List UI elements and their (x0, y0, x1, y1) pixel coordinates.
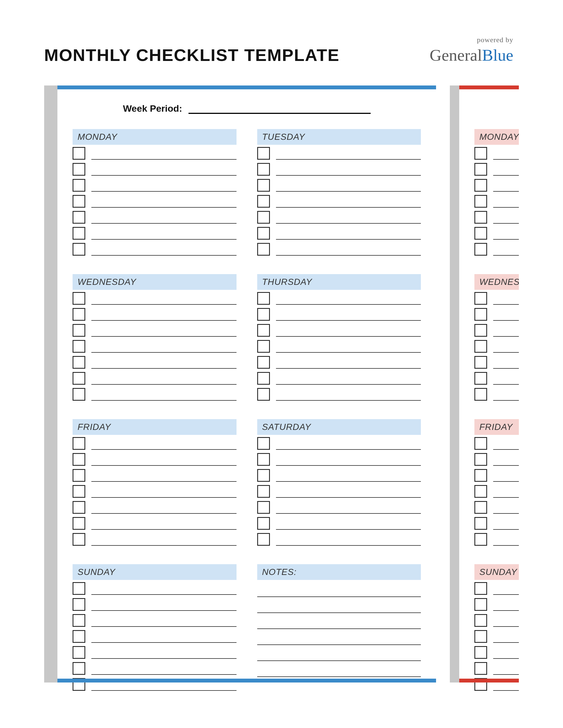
task-line[interactable] (493, 519, 519, 530)
task-line[interactable] (493, 310, 519, 321)
checkbox[interactable] (474, 195, 487, 208)
task-line[interactable] (493, 584, 519, 595)
task-line[interactable] (91, 616, 236, 627)
checkbox[interactable] (474, 324, 487, 337)
checkbox[interactable] (257, 340, 270, 353)
task-line[interactable] (276, 310, 421, 321)
task-line[interactable] (91, 455, 236, 466)
task-line[interactable] (91, 229, 236, 240)
task-line[interactable] (91, 584, 236, 595)
task-line[interactable] (276, 326, 421, 337)
task-line[interactable] (493, 197, 519, 208)
checkbox[interactable] (474, 517, 487, 530)
checkbox[interactable] (474, 147, 487, 160)
checkbox[interactable] (257, 356, 270, 369)
task-line[interactable] (493, 229, 519, 240)
checkbox[interactable] (73, 501, 85, 514)
note-line[interactable] (257, 630, 421, 645)
checkbox[interactable] (73, 147, 85, 160)
task-line[interactable] (493, 487, 519, 498)
checkbox[interactable] (73, 211, 85, 224)
checkbox[interactable] (73, 662, 85, 675)
task-line[interactable] (91, 245, 236, 256)
task-line[interactable] (493, 535, 519, 546)
checkbox[interactable] (73, 179, 85, 192)
task-line[interactable] (276, 229, 421, 240)
note-line[interactable] (257, 614, 421, 629)
task-line[interactable] (493, 294, 519, 305)
checkbox[interactable] (257, 147, 270, 160)
task-line[interactable] (91, 310, 236, 321)
checkbox[interactable] (474, 340, 487, 353)
task-line[interactable] (493, 213, 519, 224)
task-line[interactable] (493, 181, 519, 192)
task-line[interactable] (91, 165, 236, 176)
checkbox[interactable] (474, 292, 487, 305)
checkbox[interactable] (73, 598, 85, 611)
task-line[interactable] (276, 358, 421, 369)
checkbox[interactable] (474, 614, 487, 627)
checkbox[interactable] (73, 469, 85, 482)
checkbox[interactable] (257, 195, 270, 208)
task-line[interactable] (276, 245, 421, 256)
task-line[interactable] (91, 342, 236, 353)
task-line[interactable] (91, 487, 236, 498)
checkbox[interactable] (474, 469, 487, 482)
task-line[interactable] (276, 181, 421, 192)
checkbox[interactable] (73, 646, 85, 659)
checkbox[interactable] (474, 388, 487, 401)
checkbox[interactable] (257, 533, 270, 546)
checkbox[interactable] (257, 163, 270, 176)
checkbox[interactable] (474, 630, 487, 643)
task-line[interactable] (493, 342, 519, 353)
task-line[interactable] (276, 197, 421, 208)
task-line[interactable] (276, 390, 421, 401)
checkbox[interactable] (474, 308, 487, 321)
checkbox[interactable] (257, 372, 270, 385)
task-line[interactable] (493, 245, 519, 256)
checkbox[interactable] (257, 485, 270, 498)
task-line[interactable] (493, 455, 519, 466)
checkbox[interactable] (474, 598, 487, 611)
checkbox[interactable] (474, 243, 487, 256)
task-line[interactable] (493, 358, 519, 369)
task-line[interactable] (91, 519, 236, 530)
task-line[interactable] (493, 664, 519, 675)
task-line[interactable] (493, 632, 519, 643)
task-line[interactable] (493, 600, 519, 611)
checkbox[interactable] (257, 453, 270, 466)
checkbox[interactable] (73, 630, 85, 643)
checkbox[interactable] (73, 292, 85, 305)
checkbox[interactable] (73, 437, 85, 450)
checkbox[interactable] (257, 211, 270, 224)
checkbox[interactable] (73, 308, 85, 321)
checkbox[interactable] (73, 324, 85, 337)
task-line[interactable] (493, 503, 519, 514)
checkbox[interactable] (257, 501, 270, 514)
task-line[interactable] (91, 471, 236, 482)
task-line[interactable] (91, 374, 236, 385)
checkbox[interactable] (474, 662, 487, 675)
task-line[interactable] (91, 181, 236, 192)
checkbox[interactable] (73, 517, 85, 530)
task-line[interactable] (276, 519, 421, 530)
task-line[interactable] (91, 664, 236, 675)
checkbox[interactable] (73, 453, 85, 466)
task-line[interactable] (276, 342, 421, 353)
checkbox[interactable] (73, 243, 85, 256)
task-line[interactable] (276, 294, 421, 305)
checkbox[interactable] (257, 388, 270, 401)
checkbox[interactable] (474, 485, 487, 498)
checkbox[interactable] (474, 501, 487, 514)
task-line[interactable] (276, 535, 421, 546)
checkbox[interactable] (474, 356, 487, 369)
task-line[interactable] (493, 439, 519, 450)
checkbox[interactable] (474, 227, 487, 240)
note-line[interactable] (257, 646, 421, 661)
task-line[interactable] (91, 648, 236, 659)
task-line[interactable] (493, 471, 519, 482)
task-line[interactable] (493, 648, 519, 659)
checkbox[interactable] (257, 469, 270, 482)
task-line[interactable] (91, 358, 236, 369)
task-line[interactable] (91, 600, 236, 611)
